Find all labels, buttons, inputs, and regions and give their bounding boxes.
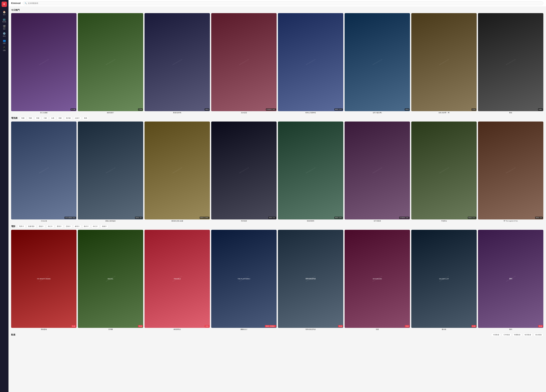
filter-button[interactable]: 港台動漫 <box>533 333 543 337</box>
filter-button[interactable]: 奇幻片 <box>46 225 54 228</box>
card-title: 季 The Legend of Vox <box>478 220 543 222</box>
sidebar-item-home[interactable]: 🏠 首頁 <box>0 10 8 17</box>
movie-title: 電影 <box>11 225 15 228</box>
filter-button[interactable]: 恐怖片 <box>64 225 72 228</box>
anime-filters: 大陸動漫日本動漫韓國動漫歐美動漫港台動漫 <box>491 333 543 337</box>
sidebar-item-variety-label: 綜藝 <box>3 42 6 44</box>
list-item[interactable]: WWW.ABSKOOP.COM20集全金宵大廈2(粵) <box>344 13 410 114</box>
search-bar[interactable]: 🔍 <box>23 1 543 5</box>
filter-button[interactable]: 懸疑片 <box>37 225 45 228</box>
list-item[interactable]: THE PLATFORM 2WWW.ABSKOOP.COM更新至【第幾集】饑餓站… <box>211 230 277 330</box>
filter-button[interactable]: 愛情片 <box>55 225 63 228</box>
filter-button[interactable]: 戰爭片 <box>18 225 26 228</box>
filter-button[interactable]: 港劇 <box>57 116 63 120</box>
filter-button[interactable]: 劇情片 <box>73 225 81 228</box>
movie-section: 電影 戰爭片動畫電影懸疑片奇幻片愛情片恐怖片劇情片動作片科幻片喜劇片 ITS W… <box>11 225 543 330</box>
today-hot-grid: WWW.ABSKOOP.COM全132集第三次婚姻WWW.ABSKOOP.COM… <box>11 13 543 114</box>
list-item[interactable]: OH DARLINGWWW.ABSKOOP.COM第1集怪親 <box>344 230 410 330</box>
header: Kimivod 🔍 <box>8 0 546 7</box>
filter-button[interactable]: 紀錄片 <box>73 116 81 120</box>
card-title: 撒冷鎮 <box>411 328 477 330</box>
status-badge: 更新至【3】 <box>135 217 143 219</box>
tv-drama-filters: 陸劇韓劇美劇日劇台劇港劇海外劇紀錄片泰劇 <box>20 116 89 120</box>
filter-button[interactable]: 陸劇 <box>20 116 26 120</box>
sidebar-item-movie-label: 電影 <box>3 28 6 30</box>
list-item[interactable]: WWW.ABSKOOP.COM10月21更新至【8】日光之城 <box>11 122 77 222</box>
search-input[interactable] <box>28 2 541 4</box>
filter-button[interactable]: 科幻片 <box>91 225 99 228</box>
list-item[interactable]: TROUBLEWWW.ABSKOOP.COM第1集麻煩跟我走 <box>144 230 210 330</box>
filter-button[interactable]: 海外劇 <box>64 116 72 120</box>
status-badge: 更新至【3】 <box>535 217 543 219</box>
list-item[interactable]: WWW.ABSKOOP.COM64集全醫道 <box>478 13 543 114</box>
status-badge: 10月21更新至【8】 <box>65 217 76 219</box>
list-item[interactable]: BEEZELWWW.ABSKOOP.COM第1集貝澤爾 <box>78 230 143 330</box>
filter-button[interactable]: 日劇 <box>42 116 49 120</box>
status-badge: 第1集 <box>138 325 143 327</box>
list-item[interactable]: WWW.ABSKOOP.COM已完結老表,你好嘢！-粵 <box>411 13 477 114</box>
filter-button[interactable]: 韓國動漫 <box>512 333 522 337</box>
filter-button[interactable]: 美劇 <box>34 116 41 120</box>
sidebar-item-variety[interactable]: 👥 綜藝 <box>0 38 8 45</box>
card-title: 怪親 <box>344 328 410 330</box>
list-item[interactable]: 勝利WWW.ABSKOOP.COM第1集勝利 <box>478 230 543 330</box>
list-item[interactable]: WWW.ABSKOOP.COM更新至【3】季 The Legend of Vox <box>478 122 543 222</box>
list-item[interactable]: ITS WHAT'S INSIDEWWW.ABSKOOP.COM第1集開箱靈魂 <box>11 230 77 330</box>
sidebar-item-short[interactable]: 📱 短劇 <box>0 45 8 52</box>
tv-drama-header: 電視劇 陸劇韓劇美劇日劇台劇港劇海外劇紀錄片泰劇 <box>11 116 543 120</box>
anime-section: 動漫 大陸動漫日本動漫韓國動漫歐美動漫港台動漫 <box>11 333 543 337</box>
main-content: Kimivod 🔍 今日熱門 WWW.ABSKOOP.COM全132集第三次婚姻… <box>8 0 546 392</box>
movie-icon: 🎬 <box>3 25 6 28</box>
list-item[interactable]: WWW.ABSKOOP.COM更新至【3】愛過之後來臨的 <box>78 122 143 222</box>
list-item[interactable]: WWW.ABSKOOP.COM更新至【2388】愛回家之開心速遞 <box>144 122 210 222</box>
status-badge: 更新至【27】 <box>468 217 476 219</box>
status-badge: 64集全 <box>538 108 543 111</box>
list-item[interactable]: WWW.ABSKOOP.COM更新至【27】半熟男女 <box>411 122 477 222</box>
filter-button[interactable]: 台劇 <box>49 116 56 120</box>
status-badge: 第1集 <box>205 325 209 327</box>
tv-drama-grid: WWW.ABSKOOP.COM10月21更新至【8】日光之城WWW.ABSKOO… <box>11 122 543 222</box>
card-title: 日光之城 <box>11 220 77 222</box>
filter-button[interactable]: 喜劇片 <box>100 225 109 228</box>
filter-button[interactable]: 大陸動漫 <box>491 333 501 337</box>
card-title: 貝澤爾 <box>78 328 143 330</box>
sidebar-item-movie[interactable]: 🎬 電影 <box>0 24 8 31</box>
list-item[interactable]: WWW.ABSKOOP.COM已完結無窮花開了 <box>78 13 143 114</box>
status-badge: 9月更新至【40】 <box>266 108 276 111</box>
filter-button[interactable]: 泰劇 <box>82 116 89 120</box>
card-title: 饑餓站台2 <box>211 328 277 330</box>
list-item[interactable]: WWW.ABSKOOP.COM更新至【4】時尚世家 <box>211 122 277 222</box>
today-hot-title: 今日熱門 <box>11 9 20 12</box>
list-item[interactable]: WWW.ABSKOOP.COM9月更新至【23】舍不得星星 <box>344 122 410 222</box>
scroll-area: 今日熱門 WWW.ABSKOOP.COM全132集第三次婚姻WWW.ABSKOO… <box>8 7 546 392</box>
card-title: 暗夜與黎明 <box>278 220 343 222</box>
sidebar-item-tv[interactable]: 📺 電視劇 <box>0 17 8 24</box>
anime-header: 動漫 大陸動漫日本動漫韓國動漫歐美動漫港台動漫 <box>11 333 543 337</box>
list-item[interactable]: WWW.ABSKOOP.COM35集全幕後玩家(粵) <box>144 13 210 114</box>
status-badge: 更新至【4】 <box>268 217 276 219</box>
list-item[interactable]: WWW.ABSKOOP.COM全132集第三次婚姻 <box>11 13 77 114</box>
filter-button[interactable]: 動作片 <box>82 225 91 228</box>
sidebar-item-tv-label: 電視劇 <box>2 21 6 23</box>
list-item[interactable]: SALEM'S LOTWWW.ABSKOOP.COM第1集撒冷鎮 <box>411 230 477 330</box>
variety-icon: 👥 <box>3 39 6 42</box>
card-title: 醫道 <box>478 112 543 114</box>
list-item[interactable]: WWW.ABSKOOP.COM更新至【38】暗夜與黎明 <box>278 122 343 222</box>
status-badge: 第1集 <box>338 325 343 327</box>
filter-button[interactable]: 日本動漫 <box>502 333 512 337</box>
status-badge: 第1集 <box>405 325 410 327</box>
sidebar-item-anime[interactable]: ⚙️ 動漫 <box>0 31 8 38</box>
app-logo[interactable]: K <box>2 2 7 7</box>
list-item[interactable]: WWW.ABSKOOP.COM9月更新至【40】流水迢迢 <box>211 13 277 114</box>
sidebar-item-short-label: 短劇 <box>3 50 6 51</box>
status-badge: 更新至【第幾集】 <box>265 325 276 327</box>
list-item[interactable]: 我和老爸是同桌WWW.ABSKOOP.COM第1集我和老爸是同桌 <box>278 230 343 330</box>
card-title: 我和老爸是同桌 <box>278 328 343 330</box>
filter-button[interactable]: 韓劇 <box>27 116 34 120</box>
filter-button[interactable]: 動畫電影 <box>26 225 36 228</box>
list-item[interactable]: WWW.ABSKOOP.COM更新至【15】斬神之凡塵神域 <box>278 13 343 114</box>
tv-drama-title: 電視劇 <box>11 117 18 120</box>
filter-button[interactable]: 歐美動漫 <box>523 333 533 337</box>
card-title: 舍不得星星 <box>344 220 410 222</box>
card-title: 金宵大廈2(粵) <box>344 112 410 114</box>
